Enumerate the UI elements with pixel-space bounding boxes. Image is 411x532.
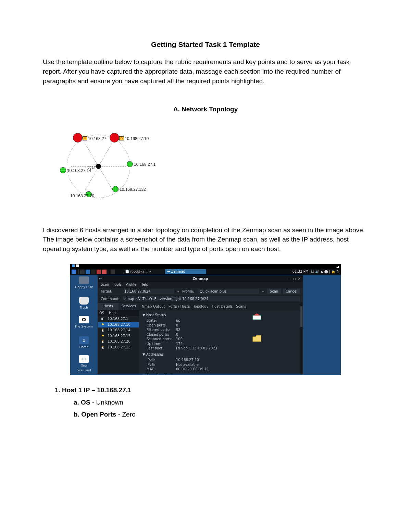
col-os[interactable]: OS (98, 310, 108, 317)
zenmap-screenshot: 📄 root@kali: ~ ↔ Zenmap 01:32 PM ☐ 🔊 ▲ ⬤… (70, 264, 341, 375)
host-row[interactable]: 🐧10.168.27.14 (98, 327, 139, 333)
node-label: 10.168.27.20 (70, 193, 94, 199)
workspace-icon[interactable] (86, 270, 90, 274)
tab-output[interactable]: Nmap Output (142, 304, 165, 309)
profile-label: Profile: (182, 289, 196, 294)
node-label: 10.168.27.10 (125, 136, 149, 142)
window-title: Zenmap (192, 276, 208, 282)
os-icon: ◧ (98, 317, 108, 322)
svg-rect-3 (253, 316, 261, 320)
node-label: 10.168.27.14 (67, 168, 91, 174)
target-input[interactable]: 10.168.27.0/24 (123, 289, 174, 294)
services-toggle[interactable]: Services (119, 303, 139, 310)
icon-home[interactable]: ⌂ Home (74, 336, 94, 349)
svg-rect-1 (337, 267, 338, 268)
firewall-badge-icon: 🔥 (83, 136, 87, 140)
os-icon: ⚑ (98, 322, 108, 327)
svg-marker-5 (253, 335, 261, 342)
menu-scan[interactable]: Scan (101, 282, 109, 287)
host-row[interactable]: 🐧10.168.27.20 (98, 339, 139, 345)
top-icon (76, 264, 79, 267)
node-red-1 (73, 133, 83, 143)
node-green-4 (112, 186, 119, 192)
node-label: 10.168.27.1 (134, 162, 155, 168)
divider (109, 269, 109, 274)
target-row: Target: 10.168.27.0/24 ▾ Profile: Quick … (98, 287, 303, 295)
profile-input[interactable]: Quick scan plus (198, 289, 259, 294)
section-a-heading: A. Network Topology (43, 104, 368, 114)
signal-icon (336, 264, 339, 267)
icon-trash[interactable]: Trash (74, 297, 94, 310)
host-row[interactable]: ⚑10.168.27.15 (98, 333, 139, 339)
menubar[interactable]: Scan Tools Profile Help (98, 282, 303, 287)
menu-tools[interactable]: Tools (113, 282, 122, 287)
host-1-os: a. OS - Unknown (74, 398, 368, 407)
scrollbar-thumb[interactable] (300, 306, 302, 327)
hosts-panel: Hosts Services OS Host ◧10.168.27.1 ⚑10.… (98, 303, 139, 374)
details-panel: Nmap Output Ports / Hosts Topology Host … (139, 303, 303, 374)
icon-filesystem[interactable]: O File System (74, 316, 94, 329)
desktop-topbar (70, 264, 341, 269)
tab-topology[interactable]: Topology (193, 304, 208, 309)
command-input[interactable]: nmap -sV -T4 -O -F --version-light 10.16… (123, 296, 300, 301)
node-green-3 (127, 161, 133, 167)
status-graphic-icon (252, 313, 262, 320)
menu-help[interactable]: Help (140, 282, 148, 287)
os-icon: ⚑ (98, 334, 108, 339)
node-red-2 (110, 133, 119, 143)
hosts-toggle[interactable]: Hosts (98, 303, 119, 310)
workspace-icon[interactable] (80, 270, 85, 274)
svg-rect-2 (338, 266, 339, 268)
intro-paragraph: Use the template outline below to captur… (43, 57, 368, 86)
host-status-section[interactable]: ▼ Host Status (142, 313, 299, 318)
app-launcher-icon[interactable] (111, 270, 115, 274)
topology-diagram: localhost 🔥 10.168.27 🔥 10.168.27.10 10.… (50, 133, 149, 200)
target-label: Target: (101, 289, 121, 294)
icon-testscan[interactable]: </> Test Scan.xml (74, 355, 94, 373)
os-icon: 🐧 (98, 345, 108, 350)
os-icon: 🐧 (98, 339, 108, 344)
back-icon[interactable]: ← (98, 276, 103, 282)
os-section[interactable]: ▼ Operating System (142, 373, 299, 375)
window-titlebar[interactable]: ← Zenmap — ◻ ✕ (98, 276, 303, 282)
col-host[interactable]: Host (108, 310, 139, 317)
zenmap-window: ← Zenmap — ◻ ✕ Scan Tools Profile Help T… (98, 275, 303, 374)
task-zenmap[interactable]: ↔ Zenmap (165, 269, 206, 274)
node-label: 10.168.27 (88, 136, 106, 142)
host-list: 1. Host 1 IP – 10.168.27.1 a. OS - Unkno… (55, 385, 368, 419)
command-row: Command: nmap -sV -T4 -O -F --version-li… (98, 295, 303, 302)
folder-icon (252, 335, 262, 342)
menu-profile[interactable]: Profile (126, 282, 136, 287)
spoke (99, 166, 126, 166)
minimize-icon[interactable]: — (287, 276, 291, 282)
workspace-icon[interactable] (91, 270, 96, 274)
command-label: Command: (101, 297, 121, 302)
task-terminal[interactable]: 📄 root@kali: ~ (123, 269, 164, 274)
host-1-line: 1. Host 1 IP – 10.168.27.1 (55, 385, 368, 395)
addresses-section[interactable]: ▼ Addresses (142, 352, 299, 357)
taskbar[interactable]: 📄 root@kali: ~ ↔ Zenmap 01:32 PM ☐ 🔊 ▲ ⬤… (70, 269, 341, 275)
dropdown-icon[interactable]: ▾ (261, 289, 265, 294)
scrollbar[interactable] (300, 303, 302, 374)
os-icon: 🐧 (98, 328, 108, 333)
tab-ports[interactable]: Ports / Hosts (169, 304, 190, 309)
close-icon[interactable]: ✕ (298, 276, 301, 282)
maximize-icon[interactable]: ◻ (293, 276, 296, 282)
host-row[interactable]: 🐧10.168.27.13 (98, 345, 139, 350)
app-icon[interactable] (72, 270, 76, 274)
dropdown-icon[interactable]: ▾ (176, 289, 180, 294)
systray-icons[interactable]: ☐ 🔊 ▲ ⬤ | 🔒 ↻ (311, 269, 339, 274)
cancel-button[interactable]: Cancel (283, 289, 300, 294)
clock: 01:32 PM (292, 269, 309, 274)
tab-hostdetails[interactable]: Host Details (212, 304, 233, 309)
tab-scans[interactable]: Scans (236, 304, 246, 309)
scan-button[interactable]: Scan (267, 289, 281, 294)
node-green-6 (60, 167, 66, 173)
workspace-icon[interactable] (102, 270, 107, 274)
firewall-badge-icon: 🔥 (119, 136, 124, 140)
host-row[interactable]: ⚑10.168.27.10 (98, 322, 139, 328)
workspace-icon[interactable] (97, 270, 101, 274)
host-1-ports: b. Open Ports - Zero (74, 410, 368, 419)
icon-floppy[interactable]: Floppy Disk (74, 276, 94, 289)
host-row[interactable]: ◧10.168.27.1 (98, 316, 139, 322)
